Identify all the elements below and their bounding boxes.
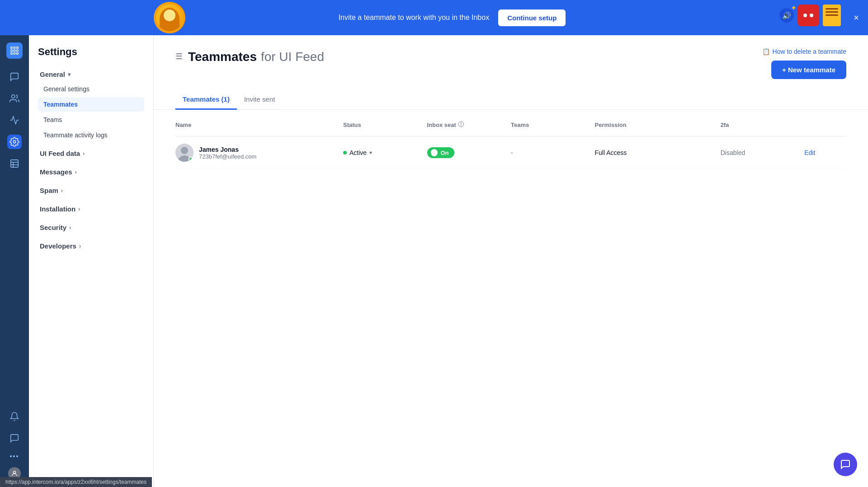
svg-rect-1 <box>14 47 15 49</box>
permission-cell: Full Access <box>595 149 721 156</box>
sidebar-section-developers: Developers › <box>38 239 144 253</box>
chat-bubble-button[interactable] <box>834 453 857 476</box>
sidebar-messages-header[interactable]: Messages › <box>38 164 144 179</box>
svg-rect-2 <box>17 47 19 49</box>
status-bar: https://app.intercom.io/a/apps/z2xxl6ht/… <box>0 477 152 487</box>
sidebar-ui-feed-chevron: › <box>83 150 85 157</box>
sidebar-installation-label: Installation <box>40 205 75 213</box>
tabs-area: Teammates (1) Invite sent <box>154 79 868 110</box>
teams-cell: - <box>511 149 595 156</box>
sidebar-developers-label: Developers <box>40 242 76 250</box>
sidebar-section-spam: Spam › <box>38 183 144 198</box>
twofa-cell: Disabled <box>721 149 805 156</box>
col-teams: Teams <box>511 121 595 129</box>
teammate-details: James Jonas 723b7fef@uifeed.com <box>199 146 256 160</box>
sidebar-security-chevron: › <box>69 225 71 231</box>
banner-text: Invite a teammate to work with you in th… <box>339 14 490 22</box>
toggle-circle <box>431 149 438 156</box>
nav-messages-icon[interactable] <box>7 70 22 84</box>
svg-rect-5 <box>17 50 19 52</box>
sidebar-developers-header[interactable]: Developers › <box>38 239 144 253</box>
sidebar-general-chevron: ▾ <box>68 71 71 78</box>
sidebar-section-installation: Installation › <box>38 201 144 216</box>
table-header: Name Status Inbox seat ⓘ Teams Permissio… <box>175 113 846 136</box>
sidebar-section-messages: Messages › <box>38 164 144 179</box>
sidebar-section-security: Security › <box>38 220 144 235</box>
teammate-avatar <box>175 144 193 162</box>
svg-rect-4 <box>14 50 15 52</box>
sidebar-messages-label: Messages <box>40 168 72 176</box>
help-book-icon: 📋 <box>762 48 770 55</box>
sidebar-developers-chevron: › <box>79 243 81 249</box>
nav-notification-icon[interactable] <box>7 409 22 424</box>
header-actions: 📋 How to delete a teammate + New teammat… <box>762 48 846 79</box>
app-logo[interactable] <box>6 42 23 59</box>
edit-link[interactable]: Edit <box>804 149 846 156</box>
nav-reports-icon[interactable] <box>7 156 22 171</box>
robot-icon <box>797 5 819 26</box>
sidebar-item-teammates[interactable]: Teammates <box>38 97 144 112</box>
tab-invite-sent[interactable]: Invite sent <box>237 90 282 110</box>
left-sidebar: Settings General ▾ General settings Team… <box>29 35 154 487</box>
banner-close-button[interactable]: × <box>854 13 859 23</box>
teammate-name: James Jonas <box>199 146 256 153</box>
sidebar-general-label: General <box>40 70 65 78</box>
continue-setup-button[interactable]: Continue setup <box>498 9 566 26</box>
sidebar-installation-chevron: › <box>78 206 80 212</box>
new-teammate-button[interactable]: + New teammate <box>771 61 846 79</box>
col-actions <box>804 121 846 129</box>
sidebar-security-header[interactable]: Security › <box>38 220 144 235</box>
page-title: Teammates for UI Feed <box>188 48 324 65</box>
sparkle-icon: ✦ <box>791 4 797 12</box>
sidebar-section-general: General ▾ General settings Teammates Tea… <box>38 67 144 142</box>
col-2fa: 2fa <box>721 121 805 129</box>
hamburger-icon[interactable]: ☰ <box>175 52 183 61</box>
svg-rect-8 <box>17 53 19 55</box>
sidebar-installation-header[interactable]: Installation › <box>38 201 144 216</box>
sidebar-item-general-settings[interactable]: General settings <box>38 82 144 96</box>
sidebar-messages-chevron: › <box>75 169 77 175</box>
svg-rect-3 <box>11 50 13 52</box>
page-title-suffix: for UI Feed <box>261 50 324 64</box>
toggle-label: On <box>440 150 448 156</box>
nav-help-chat-icon[interactable] <box>7 431 22 445</box>
sidebar-spam-header[interactable]: Spam › <box>38 183 144 198</box>
banner-icons: ✦ 🔊 <box>779 5 841 26</box>
teammate-email: 723b7fef@uifeed.com <box>199 153 256 160</box>
svg-rect-6 <box>11 53 13 55</box>
sidebar-spam-label: Spam <box>40 187 58 194</box>
col-permission: Permission <box>595 121 721 129</box>
svg-rect-0 <box>11 47 13 49</box>
sidebar-ui-feed-label: UI Feed data <box>40 150 80 157</box>
sidebar-item-activity-logs[interactable]: Teammate activity logs <box>38 128 144 142</box>
sidebar-item-teams[interactable]: Teams <box>38 112 144 127</box>
inbox-seat-info-icon[interactable]: ⓘ <box>458 121 464 129</box>
status-badge: Active ▾ <box>343 149 427 156</box>
col-name: Name <box>175 121 343 129</box>
sidebar-ui-feed-header[interactable]: UI Feed data › <box>38 146 144 161</box>
sidebar-title: Settings <box>38 46 144 58</box>
svg-point-17 <box>181 147 188 154</box>
table-row: James Jonas 723b7fef@uifeed.com Active ▾… <box>175 136 846 169</box>
svg-point-10 <box>13 140 16 143</box>
nav-more-dots[interactable]: ••• <box>10 453 19 460</box>
col-status: Status <box>343 121 427 129</box>
help-link[interactable]: 📋 How to delete a teammate <box>762 48 846 55</box>
sidebar-general-header[interactable]: General ▾ <box>38 67 144 82</box>
col-inbox-seat: Inbox seat ⓘ <box>427 121 511 129</box>
url-text: https://app.intercom.io/a/apps/z2xxl6ht/… <box>5 479 146 485</box>
main-content: ☰ Teammates for UI Feed 📋 How to delete … <box>154 35 868 487</box>
content-header: ☰ Teammates for UI Feed 📋 How to delete … <box>154 35 868 79</box>
teammate-info: James Jonas 723b7fef@uifeed.com <box>175 144 343 162</box>
status-dropdown-icon[interactable]: ▾ <box>369 150 372 156</box>
nav-inbox-icon[interactable] <box>7 113 22 127</box>
nav-contacts-icon[interactable] <box>7 91 22 106</box>
sidebar-section-ui-feed-data: UI Feed data › <box>38 146 144 161</box>
inbox-seat-toggle[interactable]: On <box>427 147 511 158</box>
banner-avatar <box>154 2 185 33</box>
notepad-icon <box>823 5 841 26</box>
page-title-area: ☰ Teammates for UI Feed <box>175 48 324 65</box>
nav-settings-icon[interactable] <box>7 135 22 149</box>
sidebar-spam-chevron: › <box>61 187 63 194</box>
tab-teammates[interactable]: Teammates (1) <box>175 90 237 110</box>
